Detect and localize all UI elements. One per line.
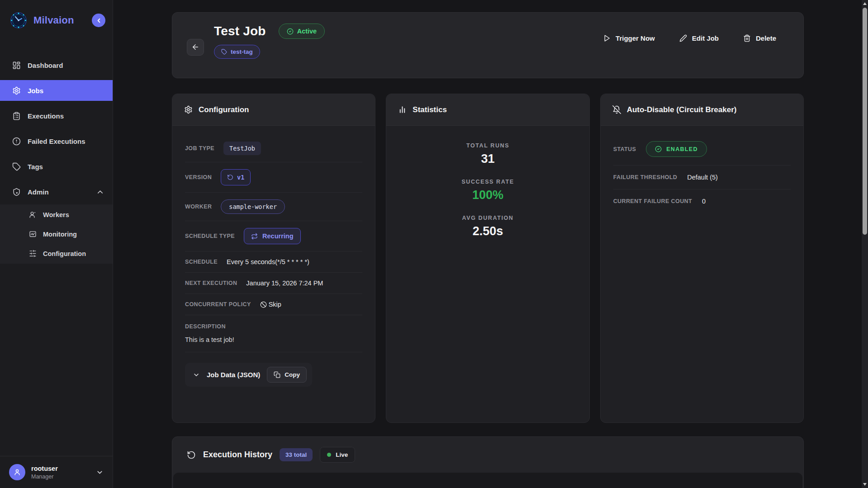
sidebar-item-jobs[interactable]: Jobs	[0, 80, 113, 101]
current-failure-count-label: CURRENT FAILURE COUNT	[613, 198, 692, 204]
edit-job-label: Edit Job	[692, 34, 719, 42]
arrow-left-icon	[191, 43, 199, 51]
users-icon	[29, 211, 37, 218]
gear-icon	[184, 105, 193, 114]
avatar	[9, 464, 25, 480]
failure-threshold-label: FAILURE THRESHOLD	[613, 174, 678, 180]
history-icon	[187, 450, 196, 460]
failure-threshold-value: Default (5)	[687, 174, 718, 181]
schedule-type-row: SCHEDULE TYPE Recurring	[185, 221, 362, 251]
sidebar-item-workers[interactable]: Workers	[0, 205, 113, 224]
version-label: VERSION	[185, 174, 212, 180]
sliders-icon	[29, 250, 37, 257]
version-value: v1	[237, 174, 244, 181]
job-data-label: Job Data (JSON)	[207, 371, 260, 379]
sidebar-item-configuration[interactable]: Configuration	[0, 244, 113, 263]
sidebar-item-dashboard[interactable]: Dashboard	[0, 55, 113, 76]
sidebar-nav: Dashboard Jobs Executions Failed Executi…	[0, 52, 113, 264]
sidebar-item-executions[interactable]: Executions	[0, 105, 113, 126]
schedule-value: Every 5 seconds(*/5 * * * * *)	[227, 258, 309, 265]
alert-circle-icon	[12, 137, 21, 146]
dashboard-icon	[12, 61, 21, 70]
sidebar-item-admin[interactable]: Admin	[0, 181, 113, 202]
job-type-row: JOB TYPE TestJob	[185, 135, 362, 162]
concurrent-policy-value-wrap: Skip	[260, 301, 281, 308]
page-title: Test Job	[214, 24, 266, 38]
stat-total-runs: TOTAL RUNS 31	[466, 142, 509, 166]
copy-button[interactable]: Copy	[267, 367, 307, 383]
chevron-up-icon	[96, 188, 104, 196]
sidebar-item-label: Tags	[28, 163, 43, 171]
user-role: Manager	[31, 474, 58, 480]
sidebar-item-tags[interactable]: Tags	[0, 156, 113, 177]
monitor-activity-icon	[29, 230, 37, 238]
enabled-badge: ENABLED	[646, 141, 707, 157]
stat-value: 31	[481, 152, 494, 166]
page-scrollbar[interactable]	[862, 0, 868, 488]
bar-chart-icon	[398, 105, 407, 114]
check-circle-icon	[655, 146, 662, 152]
trash-icon	[743, 34, 751, 42]
current-failure-count-row: CURRENT FAILURE COUNT 0	[613, 190, 791, 213]
version-badge: v1	[221, 169, 251, 185]
auto-disable-card-body: STATUS ENABLED FAILURE THRESHOLD Default…	[601, 126, 803, 220]
sidebar-collapse-button[interactable]	[92, 14, 105, 27]
gear-icon	[12, 86, 21, 95]
back-button[interactable]	[187, 39, 204, 56]
cards-row: Configuration JOB TYPE TestJob VERSION v…	[172, 94, 804, 423]
total-count-badge: 33 total	[280, 448, 313, 461]
configuration-card: Configuration JOB TYPE TestJob VERSION v…	[172, 94, 375, 423]
stat-label: AVG DURATION	[462, 215, 514, 221]
stat-avg-duration: AVG DURATION 2.50s	[462, 215, 514, 238]
user-menu[interactable]: rootuser Manager	[0, 456, 113, 488]
delete-job-button[interactable]: Delete	[741, 32, 778, 45]
job-tag-badge[interactable]: test-tag	[214, 45, 260, 59]
schedule-type-label: SCHEDULE TYPE	[185, 233, 235, 239]
scrollbar-thumb[interactable]	[863, 8, 867, 235]
trigger-now-button[interactable]: Trigger Now	[601, 32, 657, 45]
sidebar-item-label: Monitoring	[43, 231, 77, 238]
admin-submenu: Workers Monitoring Configuration	[0, 204, 113, 264]
configuration-card-title: Configuration	[199, 105, 249, 114]
status-row: STATUS ENABLED	[613, 133, 791, 166]
live-dot-icon	[327, 453, 331, 457]
job-type-label: JOB TYPE	[185, 145, 214, 152]
sidebar-item-label: Workers	[43, 211, 69, 218]
live-label: Live	[336, 451, 348, 458]
configuration-card-body: JOB TYPE TestJob VERSION v1 WORKER sampl…	[172, 126, 375, 398]
statistics-card-title: Statistics	[413, 105, 447, 114]
job-data-toggle[interactable]: Job Data (JSON) Copy	[185, 363, 312, 387]
status-label: STATUS	[613, 146, 636, 152]
job-type-value: TestJob	[223, 142, 261, 155]
chevron-left-icon	[95, 17, 102, 24]
sidebar-item-label: Configuration	[43, 250, 86, 257]
next-execution-row: NEXT EXECUTION January 15, 2026 7:24 PM	[185, 273, 362, 294]
failure-threshold-row: FAILURE THRESHOLD Default (5)	[613, 166, 791, 190]
sidebar-item-label: Admin	[28, 188, 49, 196]
play-icon	[603, 34, 611, 42]
schedule-label: SCHEDULE	[185, 259, 218, 265]
job-header-card: Test Job Active test-tag	[172, 12, 804, 78]
status-badge-label: Active	[297, 28, 317, 35]
execution-history-body	[173, 473, 802, 488]
scrollbar-up-arrow[interactable]	[863, 2, 867, 5]
trigger-now-label: Trigger Now	[616, 34, 655, 42]
user-info: rootuser Manager	[31, 465, 58, 480]
main-content: Test Job Active test-tag	[113, 0, 868, 488]
execution-history-card: Execution History 33 total Live	[172, 436, 804, 488]
sidebar-item-monitoring[interactable]: Monitoring	[0, 224, 113, 244]
scrollbar-down-arrow[interactable]	[863, 483, 867, 486]
concurrent-policy-row: CONCURRENT POLICY Skip	[185, 294, 362, 315]
concurrent-policy-label: CONCURRENT POLICY	[185, 301, 251, 308]
brand-row: Milvaion	[0, 0, 113, 34]
sidebar-item-failed-executions[interactable]: Failed Executions	[0, 131, 113, 152]
edit-job-button[interactable]: Edit Job	[678, 32, 721, 45]
bell-off-icon	[612, 105, 621, 114]
sidebar-item-label: Failed Executions	[28, 137, 85, 145]
stat-value: 2.50s	[473, 224, 503, 238]
next-execution-value: January 15, 2026 7:24 PM	[246, 280, 323, 287]
check-circle-icon	[287, 28, 294, 35]
live-toggle[interactable]: Live	[320, 447, 355, 463]
status-badge: Active	[279, 24, 325, 39]
schedule-row: SCHEDULE Every 5 seconds(*/5 * * * * *)	[185, 251, 362, 273]
